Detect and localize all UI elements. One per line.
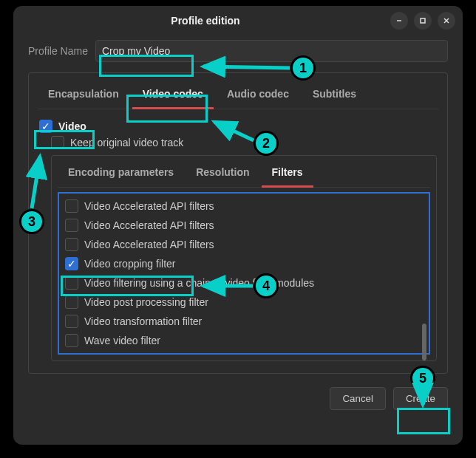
filter-item[interactable]: Video Accelerated API filters [61,196,427,216]
filters-list[interactable]: Video Accelerated API filters Video Acce… [58,192,430,355]
window-controls [390,12,455,30]
cancel-button[interactable]: Cancel [330,387,386,410]
window-title: Profile edition [21,15,390,27]
scrollbar[interactable] [422,198,426,349]
titlebar: Profile edition [13,6,463,35]
subtab-encoding[interactable]: Encoding parameters [58,159,184,187]
filter-checkbox[interactable] [65,295,78,309]
video-subpanel: Encoding parameters Resolution Filters V… [51,155,437,361]
filter-checkbox[interactable] [65,199,78,213]
subtab-resolution[interactable]: Resolution [186,159,259,187]
keep-original-checkbox[interactable] [51,136,64,149]
filter-label: Video Accelerated API filters [84,200,214,212]
filter-label: Wave video filter [84,335,160,346]
minimize-button[interactable] [390,12,408,30]
filter-checkbox[interactable] [65,315,78,328]
profile-name-input[interactable] [95,40,448,62]
filter-item[interactable]: Video post processing filter [61,293,427,312]
filter-item[interactable]: Video transformation filter [61,312,427,331]
video-checkbox-row: ✓ Video [39,120,437,133]
filter-label: Video post processing filter [84,296,208,308]
filter-checkbox[interactable] [65,276,78,290]
tab-encapsulation[interactable]: Encapsulation [38,81,129,109]
filter-item[interactable]: Video filtering using a chain of video f… [61,273,427,293]
profile-name-label: Profile Name [28,45,88,57]
close-button[interactable] [438,12,455,30]
maximize-button[interactable] [414,12,432,30]
filter-checkbox[interactable] [65,219,78,232]
filter-checkbox[interactable] [65,334,78,347]
svg-rect-1 [421,18,425,23]
filter-item-cropping[interactable]: ✓Video cropping filter [61,254,427,273]
dialog-body: Profile Name Encapsulation Video codec A… [13,35,463,420]
subtab-filters[interactable]: Filters [262,159,313,188]
filter-item[interactable]: Video Accelerated API filters [61,216,427,235]
tabs: Encapsulation Video codec Audio codec Su… [38,81,438,109]
tab-audio-codec[interactable]: Audio codec [217,81,299,109]
scrollbar-thumb[interactable] [422,324,426,360]
keep-original-row: Keep original video track [51,136,437,149]
filter-checkbox[interactable] [65,238,78,251]
keep-original-label: Keep original video track [70,137,183,148]
tab-video-codec[interactable]: Video codec [132,81,214,109]
filter-item[interactable]: Wave video filter [61,331,427,350]
create-button[interactable]: Create [393,387,448,410]
codec-panel: Encapsulation Video codec Audio codec Su… [28,72,448,374]
filter-label: Video Accelerated API filters [84,239,214,250]
filter-item[interactable]: Video Accelerated API filters [61,235,427,254]
filter-label: Video transformation filter [84,315,202,327]
filter-label: Video Accelerated API filters [84,219,214,231]
dialog-window: Profile edition Profile Name Encapsulati… [13,6,463,445]
tab-subtitles[interactable]: Subtitles [302,81,367,109]
filter-label: Video filtering using a chain of video f… [84,277,314,289]
dialog-buttons: Cancel Create [28,387,448,410]
video-checkbox[interactable]: ✓ [39,120,52,133]
filter-label: Video cropping filter [84,258,175,270]
subtabs: Encoding parameters Resolution Filters [58,159,430,188]
video-checkbox-label: Video [58,120,86,132]
filter-checkbox[interactable]: ✓ [65,257,78,270]
